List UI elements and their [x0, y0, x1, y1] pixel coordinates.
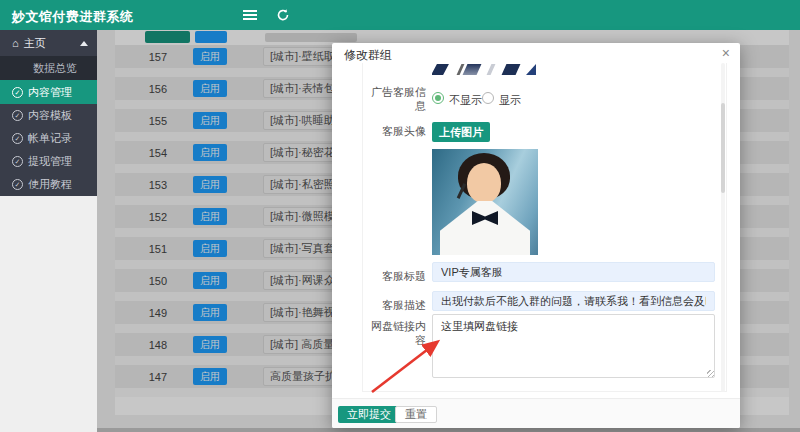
radio-hide[interactable]	[432, 92, 444, 104]
modal-title: 修改群组	[344, 47, 392, 64]
radio-show-label[interactable]: 显示	[499, 93, 521, 108]
service-title-label: 客服标题	[368, 269, 426, 283]
netdisk-link-textarea[interactable]: 这里填网盘链接	[432, 314, 715, 378]
modal-scrollbar-track	[721, 63, 725, 392]
sidebar-item-withdraw-manage[interactable]: ✓ 提现管理	[0, 150, 97, 173]
sidebar-item-label: 数据总览	[33, 61, 77, 76]
top-bar: 妙文馆付费进群系统	[0, 0, 800, 30]
netdisk-link-label: 网盘链接内容	[368, 319, 426, 347]
app-window: 妙文馆付费进群系统 ⌂ 主页 数据总览 ✓ 内容管理 ✓ 内容模板 ✓ 帐单记录	[0, 0, 800, 432]
refresh-icon[interactable]	[276, 8, 290, 22]
caret-up-icon	[80, 41, 88, 46]
check-circle-icon: ✓	[12, 156, 23, 167]
app-title: 妙文馆付费进群系统	[12, 8, 134, 26]
check-circle-icon: ✓	[12, 133, 23, 144]
sidebar-item-tutorial[interactable]: ✓ 使用教程	[0, 173, 97, 196]
sidebar-item-label: 提现管理	[28, 154, 72, 169]
sidebar-item-label: 内容管理	[28, 85, 72, 100]
sidebar-item-content-template[interactable]: ✓ 内容模板	[0, 104, 97, 127]
sidebar-item-content-manage[interactable]: ✓ 内容管理	[0, 80, 97, 104]
service-title-input[interactable]	[432, 262, 715, 282]
modal-scrollbar-thumb[interactable]	[721, 103, 725, 193]
submit-button[interactable]: 立即提交	[338, 406, 400, 423]
check-circle-icon: ✓	[12, 110, 23, 121]
sidebar: ⌂ 主页 数据总览 ✓ 内容管理 ✓ 内容模板 ✓ 帐单记录 ✓ 提现管理 ✓ …	[0, 30, 97, 432]
group-avatar-image-cutoff	[432, 64, 538, 75]
service-desc-input[interactable]	[432, 291, 715, 311]
service-avatar-preview	[432, 149, 538, 255]
sidebar-item-label: 帐单记录	[28, 131, 72, 146]
horizontal-scrollbar[interactable]	[0, 428, 800, 432]
upload-image-button[interactable]: 上传图片	[432, 122, 490, 142]
sidebar-item-data-overview[interactable]: 数据总览	[0, 56, 97, 80]
textarea-resize-handle[interactable]	[707, 370, 714, 377]
menu-icon[interactable]	[243, 10, 257, 20]
sidebar-item-label: 使用教程	[28, 177, 72, 192]
check-circle-icon: ✓	[12, 87, 23, 98]
avatar-face	[467, 163, 501, 203]
avatar-shirt	[440, 201, 530, 255]
ad-service-info-label: 广告客服信息	[368, 85, 426, 113]
radio-show[interactable]	[482, 92, 494, 104]
reset-button[interactable]: 重置	[395, 406, 437, 423]
sidebar-item-label: 主页	[24, 36, 46, 51]
modal-footer: 立即提交 重置	[332, 398, 740, 428]
home-icon: ⌂	[12, 37, 19, 49]
sidebar-item-home[interactable]: ⌂ 主页	[0, 30, 97, 56]
check-circle-icon: ✓	[12, 179, 23, 190]
sidebar-item-label: 内容模板	[28, 108, 72, 123]
service-avatar-label: 客服头像	[368, 124, 426, 138]
close-icon[interactable]: ×	[722, 45, 730, 61]
modal-header: 修改群组 ×	[332, 43, 740, 63]
service-desc-label: 客服描述	[368, 298, 426, 312]
radio-hide-label[interactable]: 不显示	[449, 93, 482, 108]
sidebar-item-bill-record[interactable]: ✓ 帐单记录	[0, 127, 97, 150]
edit-group-modal: 修改群组 × 广告客服信息 不显示 显示 客服头像 上传图片 客服标题 客服描述…	[332, 43, 740, 428]
